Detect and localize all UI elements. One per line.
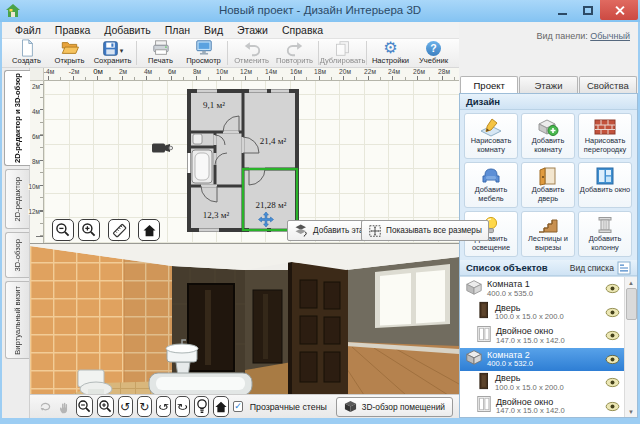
menu-plan[interactable]: План <box>158 24 197 36</box>
duplicate-button[interactable]: Дублировать <box>321 39 364 67</box>
list-view-icon[interactable] <box>617 261 631 275</box>
door-icon <box>476 372 491 394</box>
ruler-corner <box>30 68 44 81</box>
undo-button[interactable]: Отменить <box>230 39 273 67</box>
orbit-left-button[interactable]: ↺ <box>156 396 171 417</box>
visibility-eye-icon[interactable] <box>605 377 620 388</box>
rotate-left-button[interactable]: ↺ <box>118 396 133 417</box>
plan-canvas[interactable]: 9,1 м² 21,4 м² 21,28 м² 12,3 м² Добавить… <box>44 81 459 243</box>
save-dropdown-arrow-icon[interactable]: ▾ <box>120 47 124 55</box>
draw-partition-button[interactable]: Нарисовать перегородку <box>578 113 632 159</box>
view-mode-tabs: 2D-редактор и 3D-обзор 2D-редактор 3D-об… <box>2 68 30 418</box>
zoom-out-3d-button[interactable] <box>76 396 93 417</box>
render-3d-view[interactable] <box>30 243 459 394</box>
tab-project[interactable]: Проект <box>460 76 518 94</box>
pan-hand-button[interactable] <box>57 396 72 417</box>
save-project-button[interactable]: ▾ Сохранить <box>91 39 134 67</box>
print-button[interactable]: Печать <box>139 39 182 67</box>
armchair-icon <box>479 165 503 186</box>
horizontal-ruler: -4м -2м 0м 2м 4м 6м 8м 10м 12м 14м 16м 1… <box>44 68 459 81</box>
tab-properties[interactable]: Свойства <box>579 76 637 94</box>
rotate-360-button[interactable] <box>38 396 53 417</box>
tab-floors[interactable]: Этажи <box>519 76 577 94</box>
transparent-walls-label: Прозрачные стены <box>250 402 327 412</box>
visibility-eye-icon[interactable] <box>605 307 620 318</box>
list-item-room1[interactable]: Комната 1400.0 x 535.0 <box>460 277 624 301</box>
tab-3d-view[interactable]: 3D-обзор <box>5 232 29 278</box>
settings-button[interactable]: ⚙ Настройки <box>369 39 412 67</box>
double-window-icon <box>476 325 492 347</box>
room-3d-overview-button[interactable]: 3D-обзор помещений <box>336 397 453 417</box>
camera-viewpoint-icon[interactable] <box>152 141 173 159</box>
add-furniture-button[interactable]: Добавить мебель <box>464 162 518 208</box>
draw-room-icon <box>479 116 503 137</box>
plan-2d-view[interactable]: -4м -2м 0м 2м 4м 6м 8м 10м 12м 14м 16м 1… <box>30 68 459 243</box>
window-title: Новый проект - Дизайн Интерьера 3D <box>0 4 640 16</box>
brick-wall-icon <box>593 116 617 137</box>
window-content: Файл Правка Добавить План Вид Этажи Спра… <box>2 22 638 418</box>
room-area-label: 12,3 м² <box>203 210 230 220</box>
open-project-button[interactable]: Открыть <box>48 39 91 67</box>
tab-virtual-visit[interactable]: Виртуальный визит <box>5 281 29 359</box>
orbit-left-icon: ↺ <box>157 402 169 411</box>
list-item-window1[interactable]: Двойное окно147.0 x 15.0 x 142.0 <box>460 324 624 348</box>
menu-file[interactable]: Файл <box>8 24 48 36</box>
title-bar: Новый проект - Дизайн Интерьера 3D <box>0 0 640 22</box>
show-all-dimensions-button[interactable]: Показывать все размеры <box>361 220 489 241</box>
panel-view-value-link[interactable]: Обычный <box>590 31 630 41</box>
home-view-button[interactable] <box>138 219 160 241</box>
home-3d-button[interactable] <box>213 396 229 417</box>
scroll-up-icon[interactable]: ▲ <box>628 277 634 288</box>
transparent-walls-checkbox[interactable]: ✓ <box>233 401 243 412</box>
rotate-ccw-icon: ↺ <box>120 401 130 413</box>
measure-ruler-button[interactable] <box>108 219 130 241</box>
menu-edit[interactable]: Правка <box>48 24 97 36</box>
tab-2d-editor-3d-view[interactable]: 2D-редактор и 3D-обзор <box>4 70 30 166</box>
list-item-window2[interactable]: Двойное окно147.0 x 15.0 x 142.0 <box>460 395 624 418</box>
double-window-icon <box>476 395 492 417</box>
scrollbar-thumb[interactable] <box>626 288 637 320</box>
list-item-room2-selected[interactable]: Комната 2400.0 x 532.0 <box>460 348 624 372</box>
object-list-header: Список объектов Вид списка <box>460 260 637 276</box>
stairs-button[interactable]: Лестницы и вырезы <box>521 211 575 257</box>
panel-view-label: Вид панели: <box>537 31 588 41</box>
add-door-button[interactable]: Добавить дверь <box>521 162 575 208</box>
rotate-right-button[interactable]: ↻ <box>137 396 152 417</box>
maximize-icon[interactable] <box>575 0 600 20</box>
object-list-scrollbar[interactable]: ▲ ▼ <box>624 277 637 417</box>
minimize-icon[interactable] <box>550 0 575 20</box>
add-window-button[interactable]: Добавить окно <box>578 162 632 208</box>
scroll-down-icon[interactable]: ▼ <box>628 406 634 417</box>
visibility-eye-icon[interactable] <box>605 354 620 365</box>
rotate-cw-icon: ↻ <box>139 401 149 413</box>
visibility-eye-icon[interactable] <box>605 283 620 294</box>
close-icon[interactable] <box>600 0 638 20</box>
redo-button[interactable]: Повторить <box>273 39 316 67</box>
zoom-in-3d-button[interactable] <box>97 396 114 417</box>
menu-view[interactable]: Вид <box>197 24 230 36</box>
menu-floors[interactable]: Этажи <box>230 24 275 36</box>
floor-plan[interactable]: 9,1 м² 21,4 м² 21,28 м² 12,3 м² <box>186 88 300 233</box>
menu-help[interactable]: Справка <box>275 24 330 36</box>
new-project-button[interactable]: Создать <box>5 39 48 67</box>
visibility-eye-icon[interactable] <box>605 330 620 341</box>
list-item-door1[interactable]: Дверь100.0 x 15.0 x 200.0 <box>460 301 624 325</box>
undo-arrow-icon <box>243 39 261 57</box>
menu-add[interactable]: Добавить <box>97 24 157 36</box>
add-room-button[interactable]: Добавить комнату <box>521 113 575 159</box>
draw-room-button[interactable]: Нарисовать комнату <box>464 113 518 159</box>
preview-button[interactable]: Просмотр <box>182 39 225 67</box>
visibility-eye-icon[interactable] <box>605 401 620 412</box>
check-icon: ✓ <box>234 402 242 411</box>
orbit-right-button[interactable]: ↻ <box>175 396 190 417</box>
door-icon <box>476 301 491 323</box>
vertical-ruler: 2м 4м 6м 8м 10м 12м <box>30 81 44 243</box>
tutorial-button[interactable]: ? Учебник <box>412 39 455 67</box>
zoom-in-button[interactable] <box>78 219 100 241</box>
add-column-button[interactable]: Добавить колонну <box>578 211 632 257</box>
column-icon <box>593 214 617 235</box>
list-item-door2[interactable]: Дверь100.0 x 15.0 x 200.0 <box>460 371 624 395</box>
zoom-out-button[interactable] <box>52 219 74 241</box>
lighting-toggle-button[interactable] <box>194 396 209 417</box>
tab-2d-editor[interactable]: 2D-редактор <box>5 169 29 229</box>
